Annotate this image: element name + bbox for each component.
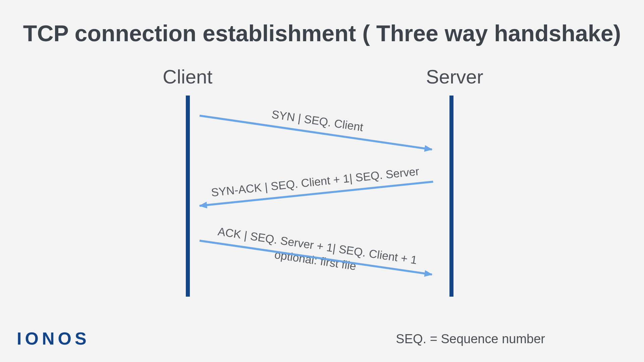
- diagram-title: TCP connection establishment ( Three way…: [0, 20, 644, 46]
- server-label: Server: [426, 65, 483, 88]
- client-label: Client: [163, 65, 212, 88]
- arrow-synack: SYN-ACK | SEQ. Client + 1| SEQ. Server: [200, 181, 433, 207]
- arrow-ack: ACK | SEQ. Server + 1| SEQ. Client + 1 o…: [200, 240, 432, 276]
- arrow-synack-label: SYN-ACK | SEQ. Client + 1| SEQ. Server: [198, 163, 432, 200]
- arrow-head-icon: [199, 202, 207, 209]
- client-lifeline: [186, 96, 190, 297]
- footnote: SEQ. = Sequence number: [396, 332, 545, 346]
- arrow-head-icon: [424, 145, 433, 153]
- arrow-head-icon: [424, 270, 433, 278]
- brand-logo: IONOS: [17, 328, 90, 349]
- server-lifeline: [449, 96, 453, 297]
- arrow-syn: SYN | SEQ. Client: [200, 115, 432, 150]
